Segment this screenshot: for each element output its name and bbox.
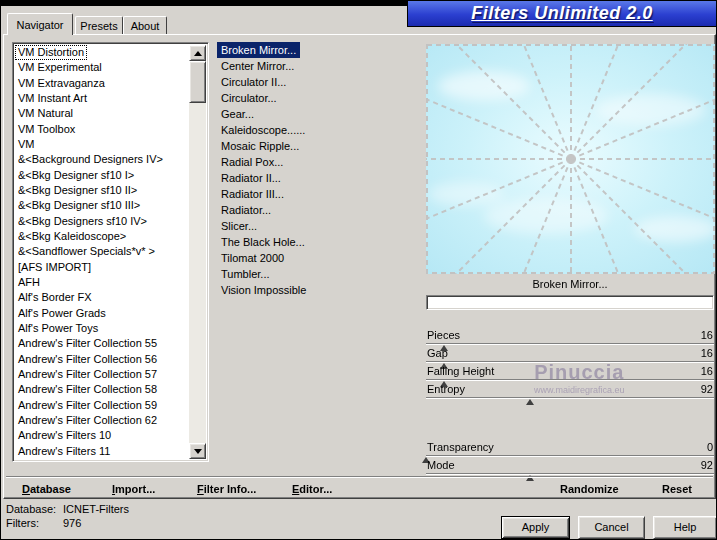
category-item[interactable]: &<Bkg Designer sf10 I> (15, 168, 188, 183)
categories-scrollbar[interactable] (189, 45, 206, 459)
category-item[interactable]: &<Bkg Designer sf10 II> (15, 183, 188, 198)
filter-item[interactable]: Tumbler... (217, 266, 417, 282)
category-item[interactable]: &<Bkg Kaleidoscope> (15, 229, 188, 244)
category-item[interactable]: Alf's Power Toys (15, 321, 188, 336)
navigator-tab-page: VM Distortion VM Experimental VM Extrava… (3, 34, 716, 499)
category-item[interactable]: Alf's Power Grads (15, 306, 188, 321)
apply-button[interactable]: Apply (501, 516, 570, 539)
filter-item[interactable]: Center Mirror... (217, 58, 417, 74)
filter-item[interactable]: Slicer... (217, 218, 417, 234)
filter-item[interactable]: Gear... (217, 106, 417, 122)
category-item[interactable]: VM Distortion (15, 45, 188, 60)
category-item[interactable]: AFH (15, 275, 188, 290)
status-filters-value: 976 (63, 517, 81, 529)
filter-item[interactable]: Circulator... (217, 90, 417, 106)
status-filters-label: Filters: (6, 517, 63, 529)
category-item[interactable]: VM Toolbox (15, 122, 188, 137)
filter-item[interactable]: Broken Mirror... (217, 42, 417, 58)
preview-image (426, 44, 715, 274)
category-item[interactable]: &<Bkg Designers sf10 IV> (15, 214, 188, 229)
category-item[interactable]: VM (15, 137, 188, 152)
param-value: 16 (701, 347, 713, 359)
category-item[interactable]: [AFS IMPORT] (15, 260, 188, 275)
status-database-value: ICNET-Filters (63, 503, 129, 515)
param-slider[interactable] (426, 473, 714, 475)
filter-item[interactable]: Radiator III... (217, 186, 417, 202)
preview-panel: Broken Mirror... Pieces 16 Gap 16 Fallin… (424, 35, 716, 476)
app-title: Filters Unlimited 2.0 (471, 3, 653, 24)
parameter-group-1: Pieces 16 Gap 16 Falling Height 16 (426, 327, 714, 399)
selected-filter-caption: Broken Mirror... (424, 278, 716, 291)
filter-item[interactable]: Kaleidoscope...... (217, 122, 417, 138)
tab-about[interactable]: About (123, 16, 167, 35)
status-filters: Filters:976 (6, 517, 81, 529)
scroll-down-icon (194, 449, 202, 454)
param-label: Falling Height (427, 365, 494, 377)
param-row: Falling Height 16 (426, 363, 714, 381)
category-item[interactable]: VM Instant Art (15, 91, 188, 106)
filter-list: Broken Mirror... Center Mirror... Circul… (217, 42, 417, 302)
param-label: Mode (427, 459, 455, 471)
category-item[interactable]: Andrew's Filter Collection 58 (15, 382, 188, 397)
scroll-up-button[interactable] (189, 45, 206, 61)
filter-info-button[interactable]: Filter Info... (197, 483, 256, 495)
category-item[interactable]: Andrew's Filter Collection 57 (15, 367, 188, 382)
progress-bar (426, 295, 714, 310)
filter-item[interactable]: Circulator II... (217, 74, 417, 90)
filter-item[interactable]: Radial Pox... (217, 154, 417, 170)
category-list: VM Distortion VM Experimental VM Extrava… (15, 45, 188, 459)
param-label: Entropy (427, 383, 465, 395)
cancel-button[interactable]: Cancel (578, 516, 645, 539)
tab-presets-label: Presets (80, 20, 117, 32)
category-item[interactable]: Andrew's Filters 11 (15, 444, 188, 459)
param-value: 0 (707, 441, 713, 453)
title-banner: Filters Unlimited 2.0 (407, 1, 716, 27)
category-item[interactable]: VM Natural (15, 106, 188, 121)
param-row: Gap 16 (426, 345, 714, 363)
category-item[interactable]: &<Bkg Designer sf10 III> (15, 198, 188, 213)
status-database-label: Database: (6, 503, 63, 515)
randomize-button[interactable]: Randomize (560, 483, 619, 495)
filters-unlimited-window: Filters Unlimited 2.0 Navigator Presets … (0, 0, 717, 540)
category-item[interactable]: &<Background Designers IV> (15, 152, 188, 167)
database-button[interactable]: Database (22, 483, 71, 495)
tab-presets[interactable]: Presets (75, 16, 123, 35)
param-slider[interactable] (426, 397, 714, 399)
reset-button[interactable]: Reset (662, 483, 692, 495)
param-row: Transparency 0 (426, 439, 714, 457)
param-row: Pieces 16 (426, 327, 714, 345)
param-value: 16 (701, 365, 713, 377)
scrollbar-thumb[interactable] (189, 61, 206, 103)
filter-item[interactable]: The Black Hole... (217, 234, 417, 250)
category-listbox: VM Distortion VM Experimental VM Extrava… (12, 42, 209, 462)
filter-item[interactable]: Tilomat 2000 (217, 250, 417, 266)
category-item[interactable]: Andrew's Filter Collection 55 (15, 336, 188, 351)
category-item[interactable]: Alf's Border FX (15, 290, 188, 305)
category-item[interactable]: &<Sandflower Specials*v* > (15, 244, 188, 259)
category-item[interactable]: Andrew's Filter Collection 56 (15, 352, 188, 367)
category-item[interactable]: Andrew's Filter Collection 62 (15, 413, 188, 428)
filter-item[interactable]: Vision Impossible (217, 282, 417, 298)
param-row: Mode 92 (426, 457, 714, 475)
category-item[interactable]: Andrew's Filters 10 (15, 428, 188, 443)
filter-item[interactable]: Radiator... (217, 202, 417, 218)
param-row: Entropy 92 (426, 381, 714, 399)
filter-item[interactable]: Mosaic Ripple... (217, 138, 417, 154)
category-item[interactable]: Andrew's Filter Collection 59 (15, 398, 188, 413)
param-value: 16 (701, 329, 713, 341)
param-label: Gap (427, 347, 448, 359)
scroll-down-button[interactable] (189, 443, 206, 459)
status-database: Database:ICNET-Filters (6, 503, 129, 515)
param-value: 92 (701, 383, 713, 395)
toolbar-divider (6, 476, 713, 478)
slider-thumb[interactable] (526, 399, 534, 405)
category-item[interactable]: VM Extravaganza (15, 76, 188, 91)
tab-navigator[interactable]: Navigator (7, 13, 73, 35)
help-button[interactable]: Help (653, 516, 717, 539)
editor-button[interactable]: Editor... (292, 483, 332, 495)
import-button[interactable]: Import... (112, 483, 155, 495)
filter-item[interactable]: Radiator II... (217, 170, 417, 186)
param-label: Transparency (427, 441, 494, 453)
category-item[interactable]: VM Experimental (15, 60, 188, 75)
tab-about-label: About (131, 20, 160, 32)
